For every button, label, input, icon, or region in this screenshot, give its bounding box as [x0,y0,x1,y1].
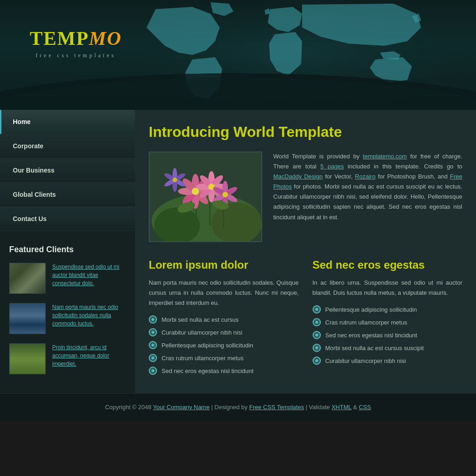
bullet-icon [149,341,157,349]
bullet-item: Cras rutrum ullamcorper metus [313,318,463,326]
bullet-icon [313,331,321,339]
footer: Copyright © 2048 Your Company Name | Des… [0,393,476,421]
bullet-icon [313,318,321,326]
client-item-2: Nam porta mauris nec odio sollicitudin s… [9,303,126,334]
bullet-text: Pellentesque adipiscing sollicitudin [162,342,253,349]
intro-link-macdaddy[interactable]: MacDaddy Design [273,173,323,180]
bullet-item: Morbi sed nulla ac est cursus suscipit [313,344,463,352]
intro-link-templatemo[interactable]: templatemo.com [363,153,407,160]
bullet-icon [313,344,321,352]
intro-link-5pages[interactable]: 5 pages [320,163,344,170]
two-column-section: Lorem ipsum dolor Nam porta mauris nec o… [149,259,462,379]
main-layout: Home Corporate Our Business Global Clien… [0,110,476,393]
client-thumbnail-1 [9,263,46,294]
logo-area: TEMPMO free css templates [30,27,122,59]
main-nav: Home Corporate Our Business Global Clien… [0,110,135,231]
client-thumbnail-2 [9,303,46,334]
bullet-item: Cras rutrum ullamcorper metus [149,354,299,362]
client-link-2[interactable]: Nam porta mauris nec odio sollicitudin s… [52,303,126,328]
intro-image-visual [150,152,261,241]
svg-point-34 [222,192,228,197]
bullet-item: Sed nec eros egestas nisl tincidunt [313,331,463,339]
featured-clients-section: Featured Clients Suspendisse sed odio ut… [0,236,135,393]
nav-item-home[interactable]: Home [0,110,135,134]
nav-item-our-business[interactable]: Our Business [0,158,135,183]
column-2: Sed nec eros egestas In ac libero urna. … [313,259,463,379]
logo: TEMPMO [30,27,122,49]
col2-body: In ac libero urna. Suspendisse sed odio … [313,278,463,298]
bullet-icon [149,315,157,324]
featured-clients-title: Featured Clients [9,245,126,254]
nav-item-contact-us[interactable]: Contact Us [0,207,135,231]
bullet-text: Cras rutrum ullamcorper metus [325,319,407,326]
intro-text-3: included in this template. Credits go to [348,163,462,170]
bullet-text: Sed nec eros egestas nisl tincidunt [325,332,417,339]
nav-item-corporate[interactable]: Corporate [0,134,135,158]
intro-text-4: for Vector, [325,173,352,180]
column-1: Lorem ipsum dolor Nam porta mauris nec o… [149,259,299,379]
footer-link-templates[interactable]: Free CSS Templates [249,404,304,411]
bullet-text: Morbi sed nulla ac est cursus [162,316,238,323]
col1-heading: Lorem ipsum dolor [149,259,299,271]
footer-link-xhtml[interactable]: XHTML [331,404,352,411]
col1-bullets: Morbi sed nulla ac est cursus Curabitur … [149,315,299,375]
bullet-icon [313,305,321,314]
page-title: Introducing World Template [149,124,462,141]
bullet-item: Morbi sed nulla ac est cursus [149,315,299,324]
bullet-item: Pellentesque adipiscing sollicitudin [149,341,299,349]
footer-ampersand: & [353,404,359,411]
footer-link-company[interactable]: Your Company Name [153,404,210,411]
bullet-item: Pellentesque adipiscing sollicitudin [313,305,463,314]
bullet-item: Curabitur ullamcorper nibh nisi [313,357,463,365]
intro-text-6: for photos. Morbi sed nulla ac est cursu… [273,183,462,220]
intro-image [149,151,262,242]
client-item-3: Proin tincidunt, arcu id accumsan, neque… [9,343,126,374]
client-thumbnail-3 [9,343,46,374]
svg-point-41 [173,178,177,182]
col2-heading: Sed nec eros egestas [313,259,463,271]
footer-link-css[interactable]: CSS [359,404,371,411]
bullet-text: Pellentesque adipiscing sollicitudin [325,306,417,313]
bullet-text: Morbi sed nulla ac est cursus suscipit [325,345,424,352]
footer-text-2: | Designed by [211,404,249,411]
intro-text: World Template is provided by templatemo… [273,151,462,242]
bullet-text: Curabitur ullamcorper nibh nisi [325,357,406,364]
bullet-text: Sed nec eros egestas nisl tincidunt [162,368,254,374]
nav-item-global-clients[interactable]: Global Clients [0,183,135,207]
logo-subtitle: free css templates [30,52,122,59]
bullet-icon [149,367,157,375]
footer-copyright: Copyright © 2048 [105,404,151,411]
intro-section: World Template is provided by templatemo… [149,151,462,242]
bullet-icon [149,328,157,336]
col1-body: Nam porta mauris nec odio sollicitudin s… [149,278,299,308]
logo-temp: TEMP [30,28,89,49]
logo-mo: MO [89,28,122,49]
client-item-1: Suspendisse sed odio ut mi auctor blandi… [9,263,126,294]
header: TEMPMO free css templates [0,0,476,110]
footer-text-3: | Validate [306,404,332,411]
intro-text-1: World Template is provided by [273,153,360,160]
content-area: Introducing World Template [135,110,476,393]
bullet-icon [149,354,157,362]
bullet-icon [313,357,321,365]
bullet-text: Curabitur ullamcorper nibh nisi [162,329,242,336]
world-map-decoration [119,0,476,110]
sidebar: Home Corporate Our Business Global Clien… [0,110,135,393]
intro-link-rozairo[interactable]: Rozairo [355,173,376,180]
bullet-text: Cras rutrum ullamcorper metus [162,355,243,362]
client-link-3[interactable]: Proin tincidunt, arcu id accumsan, neque… [52,343,126,368]
client-link-1[interactable]: Suspendisse sed odio ut mi auctor blandi… [52,263,126,287]
intro-text-5: for Photoshop Brush, and [378,173,448,180]
col2-bullets: Pellentesque adipiscing sollicitudin Cra… [313,305,463,365]
bullet-item: Sed nec eros egestas nisl tincidunt [149,367,299,375]
bullet-item: Curabitur ullamcorper nibh nisi [149,328,299,336]
